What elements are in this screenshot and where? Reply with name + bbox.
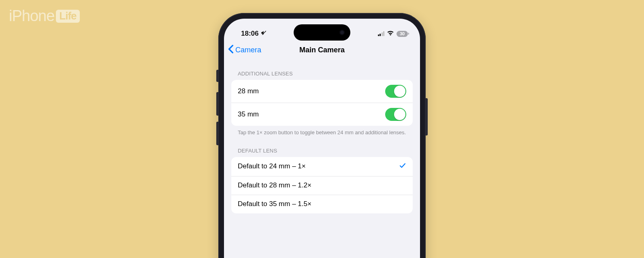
row-label: Default to 35 mm – 1.5×	[238, 200, 311, 208]
section-footer-additional-lenses: Tap the 1× zoom button to toggle between…	[231, 126, 413, 136]
navigation-bar: Camera Main Camera	[224, 41, 420, 60]
back-button[interactable]: Camera	[228, 45, 261, 56]
phone-volume-down	[216, 122, 218, 145]
row-default-24mm[interactable]: Default to 24 mm – 1×	[231, 157, 413, 176]
back-label: Camera	[235, 46, 261, 54]
phone-volume-up	[216, 92, 218, 116]
battery-indicator: 30	[397, 31, 408, 37]
phone-power-button	[426, 98, 428, 135]
row-default-28mm[interactable]: Default to 28 mm – 1.2×	[231, 176, 413, 195]
section-header-default-lens: DEFAULT LENS	[231, 136, 413, 157]
silent-mode-icon	[261, 30, 267, 38]
watermark-tag: Life	[56, 10, 79, 23]
cellular-signal-icon	[378, 31, 385, 36]
row-label: Default to 24 mm – 1×	[238, 162, 306, 170]
page-title: Main Camera	[299, 46, 345, 54]
list-group-additional-lenses: 28 mm 35 mm	[231, 80, 413, 126]
row-lens-28mm[interactable]: 28 mm	[231, 80, 413, 103]
watermark-logo: iPhone Life	[9, 7, 80, 25]
phone-frame: 18:06 30 Camera	[218, 13, 426, 258]
wifi-icon	[387, 30, 394, 38]
toggle-28mm[interactable]	[385, 85, 406, 98]
row-label: Default to 28 mm – 1.2×	[238, 181, 311, 189]
checkmark-icon	[399, 162, 406, 171]
status-time: 18:06	[241, 30, 258, 38]
section-header-additional-lenses: ADDITIONAL LENSES	[231, 60, 413, 80]
toggle-35mm[interactable]	[385, 108, 406, 121]
dynamic-island	[294, 24, 350, 41]
row-label: 28 mm	[238, 87, 259, 95]
chevron-left-icon	[228, 45, 234, 56]
phone-mute-switch	[216, 70, 218, 82]
phone-screen: 18:06 30 Camera	[224, 19, 420, 258]
settings-content: ADDITIONAL LENSES 28 mm 35 mm Tap the 1×…	[224, 60, 420, 213]
row-label: 35 mm	[238, 110, 259, 118]
watermark-brand: iPhone	[9, 7, 54, 25]
row-lens-35mm[interactable]: 35 mm	[231, 103, 413, 126]
row-default-35mm[interactable]: Default to 35 mm – 1.5×	[231, 195, 413, 213]
list-group-default-lens: Default to 24 mm – 1× Default to 28 mm –…	[231, 157, 413, 213]
